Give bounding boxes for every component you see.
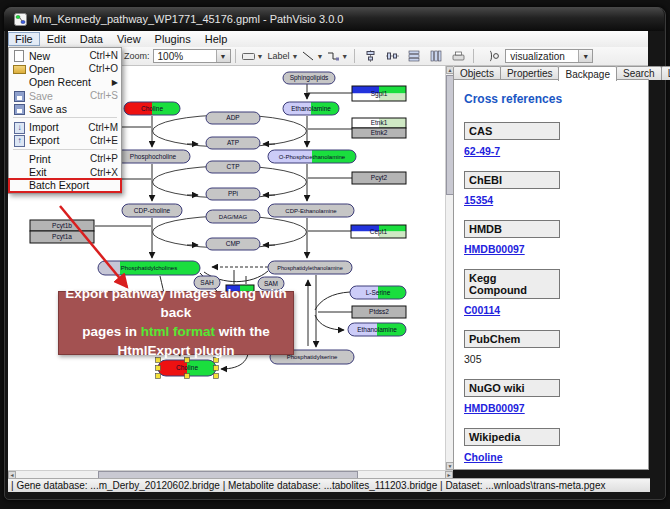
visualization-settings-icon — [488, 50, 500, 62]
menu-item-data[interactable]: Data — [73, 32, 110, 46]
tab-search[interactable]: Search — [616, 66, 662, 80]
pathway-node-label: Phosphatidylethanolamine — [277, 265, 343, 271]
file-menu-item-label: Open Recent — [29, 76, 108, 88]
menu-item-edit[interactable]: Edit — [40, 32, 73, 46]
pathway-node-ppi[interactable]: PPi — [206, 188, 260, 200]
pathway-node-ethanolamine[interactable]: Ethanolamine — [283, 102, 339, 115]
pathway-node-l-serine[interactable]: L-Serine — [350, 286, 406, 299]
stack-columns-button[interactable] — [426, 47, 446, 65]
pathway-node-phosphocholine[interactable]: Phosphocholine — [116, 150, 190, 163]
align-center-button[interactable] — [360, 47, 380, 65]
zoom-select[interactable]: 100% ▼ — [153, 49, 231, 63]
visualization-settings-button[interactable] — [484, 47, 504, 65]
annotation-callout: Export pathway images along with back pa… — [58, 291, 294, 355]
pathway-node-atp[interactable]: ATP — [206, 137, 260, 149]
pathway-node-choline[interactable]: Choline — [124, 102, 180, 115]
pathway-node-sgpl1[interactable]: Sgpl1 — [352, 86, 406, 101]
pathway-node-pcyt2[interactable]: Pcyt2 — [352, 172, 406, 184]
menu-separator — [13, 117, 117, 118]
file-menu-item-exit[interactable]: ExitCtrl+X — [9, 165, 121, 178]
pathway-node-pcyt1b[interactable]: Pcyt1b — [30, 220, 94, 231]
new-file-icon — [14, 50, 24, 62]
pathway-node-etnk1[interactable]: Etnk1 — [352, 118, 406, 128]
stack-rows-button[interactable] — [404, 47, 424, 65]
backpage-section-title: PubChem — [464, 330, 560, 348]
tab-objects[interactable]: Objects — [453, 66, 501, 80]
tab-properties[interactable]: Properties — [500, 66, 560, 80]
align-middle-button[interactable] — [382, 47, 402, 65]
crossref-link[interactable]: HMDB00097 — [464, 402, 525, 414]
pathway-node-o-phosphoethanolamine[interactable]: O-Phosphoethanolamine — [268, 150, 356, 163]
file-menu-item-save[interactable]: SaveCtrl+S — [9, 89, 121, 102]
crossref-link[interactable]: 15354 — [464, 194, 493, 206]
visualization-dropdown-arrow[interactable]: ▼ — [578, 50, 592, 62]
selection-handle[interactable] — [156, 374, 161, 379]
file-menu-item-export[interactable]: ↑ExportCtrl+E — [9, 134, 121, 147]
file-menu-item-open[interactable]: OpenCtrl+O — [9, 62, 121, 75]
printer-icon — [452, 51, 465, 62]
canvas-vertical-scrollbar[interactable]: ▲ ▼ — [445, 66, 453, 470]
pathway-node-label: Choline — [141, 105, 163, 112]
window-title: Mm_Kennedy_pathway_WP1771_45176.gpml - P… — [33, 13, 343, 25]
file-menu-item-open-recent[interactable]: Open Recent▶ — [9, 76, 121, 89]
file-menu-item-print[interactable]: PrintCtrl+P — [9, 152, 121, 165]
crossref-link[interactable]: HMDB00097 — [464, 243, 525, 255]
tool-gene-button[interactable]: ▼ — [241, 47, 265, 65]
align-center-icon — [364, 50, 377, 62]
pathway-node-label: Pcyt2 — [371, 174, 388, 182]
pathvisio-app-icon — [14, 13, 27, 26]
menu-item-plugins[interactable]: Plugins — [148, 32, 198, 46]
selection-handle[interactable] — [185, 374, 190, 379]
status-bar: | Gene database: ...m_Derby_20120602.bri… — [8, 478, 650, 492]
pathway-node-phosphatidylethanolamine[interactable]: Phosphatidylethanolamine — [268, 261, 352, 274]
pathway-node-cdp-ethanolamine[interactable]: CDP-Ethanolamine — [268, 204, 354, 217]
menu-item-file[interactable]: File — [8, 32, 40, 46]
pathway-node-adp[interactable]: ADP — [206, 112, 260, 124]
file-menu-item-new[interactable]: NewCtrl+N — [9, 49, 121, 62]
file-menu-item-batch-export[interactable]: Batch Export — [9, 179, 121, 192]
pathway-node-dag-mag[interactable]: DAG/MAG — [206, 210, 260, 223]
tool-line-button[interactable]: ▼ — [301, 47, 324, 65]
visualization-select[interactable]: visualization ▼ — [505, 49, 593, 63]
tool-label-button[interactable]: Label▼ — [266, 47, 299, 65]
pathway-node-ctp[interactable]: CTP — [206, 161, 260, 173]
pathway-node-ptdss2[interactable]: Ptdss2 — [352, 306, 406, 318]
canvas-horizontal-scrollbar[interactable]: ◄ ► — [8, 470, 453, 478]
tab-backpage[interactable]: Backpage — [558, 66, 616, 81]
selection-handle[interactable] — [214, 366, 219, 371]
print-button[interactable] — [448, 47, 468, 65]
pathway-node-pcyt1a[interactable]: Pcyt1a — [30, 231, 94, 243]
pathway-node-label: Sphingolipids — [290, 74, 329, 82]
pathway-node-cmp[interactable]: CMP — [206, 238, 260, 250]
pathway-node-label: Pcyt1b — [52, 222, 72, 230]
zoom-dropdown-arrow[interactable]: ▼ — [216, 50, 230, 62]
crossref-link[interactable]: 62-49-7 — [464, 145, 500, 157]
crossref-link[interactable]: Choline — [464, 451, 503, 463]
pathway-node-sphingolipids[interactable]: Sphingolipids — [283, 72, 335, 84]
window-titlebar: Mm_Kennedy_pathway_WP1771_45176.gpml - P… — [4, 7, 664, 31]
selection-handle[interactable] — [156, 366, 161, 371]
file-menu-item-shortcut: Ctrl+O — [89, 63, 118, 74]
menu-item-view[interactable]: View — [110, 32, 148, 46]
file-menu-item-label: Save as — [29, 103, 114, 115]
file-menu-item-label: Print — [29, 153, 86, 165]
backpage-section-title: NuGO wiki — [464, 379, 560, 397]
selection-handle[interactable] — [214, 374, 219, 379]
backpage-section-pubchem: PubChem305 — [464, 330, 648, 367]
file-menu-item-shortcut: Ctrl+P — [90, 153, 118, 164]
crossref-link[interactable]: C00114 — [464, 304, 500, 316]
pathway-node-cept1[interactable]: Cept1 — [351, 225, 406, 238]
file-menu-item-label: Open — [29, 63, 85, 75]
tab-legend[interactable]: Legend — [661, 66, 670, 80]
file-menu-item-save-as[interactable]: Save as — [9, 102, 121, 115]
backpage-section-title: ChEBI — [464, 171, 560, 189]
pathway-node-cdp-choline[interactable]: CDP-choline — [122, 204, 182, 217]
pathway-node-etnk2[interactable]: Etnk2 — [352, 128, 406, 138]
tool-connector-button[interactable]: ▼ — [326, 47, 349, 65]
file-menu-item-import[interactable]: ↓ImportCtrl+M — [9, 120, 121, 133]
pathway-node-label: Phosphocholine — [130, 153, 177, 161]
backpage-heading: Cross references — [464, 92, 648, 106]
pathway-node-phosphatidylcholines[interactable]: Phosphatidylcholines — [98, 261, 200, 275]
pathway-node-ethanolamine[interactable]: Ethanolamine — [348, 323, 406, 336]
menu-item-help[interactable]: Help — [198, 32, 235, 46]
